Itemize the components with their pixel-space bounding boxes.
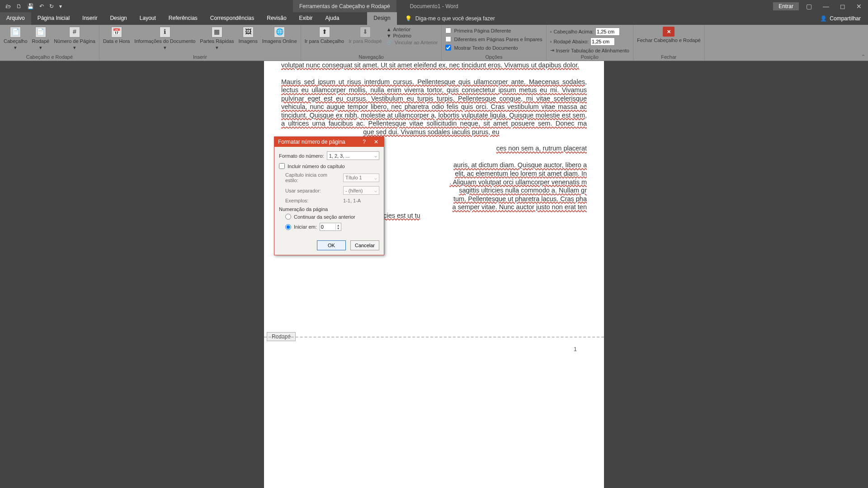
ok-button[interactable]: OK [317, 240, 346, 250]
save-icon[interactable]: 💾 [27, 3, 34, 9]
group-header-footer: 📄Cabeçalho▾ 📄Rodapé▾ #Número de Página▾ … [0, 25, 99, 61]
examples-value: 1-1, 1-A [343, 198, 361, 203]
pictures-button[interactable]: 🖼Imagens [239, 27, 258, 44]
quickparts-button[interactable]: ▦Partes Rápidas▾ [200, 27, 234, 50]
insert-alignment-tab-button[interactable]: ⇥Inserir Tabulação de Alinhamento [550, 47, 629, 53]
header-button[interactable]: 📄Cabeçalho▾ [4, 27, 28, 50]
tab-references[interactable]: Referências [162, 12, 204, 25]
page-number-field[interactable]: 1 [574, 346, 577, 352]
ribbon-display-icon[interactable]: ▢ [802, 3, 816, 10]
redo-icon[interactable]: ↻ [49, 3, 54, 9]
dialog-title-bar[interactable]: Formatar número de página ? ✕ [274, 137, 384, 147]
start-at-radio[interactable]: Iniciar em: [285, 224, 317, 230]
dialog-close-icon[interactable]: ✕ [372, 139, 380, 145]
signin-button[interactable]: Entrar [773, 2, 799, 10]
group-label-close: Fechar [637, 53, 701, 60]
page-numbering-heading: Numeração da página [279, 206, 379, 212]
group-label-hf: Cabeçalho e Rodapé [4, 53, 95, 60]
document-page: volutpat nunc consequat sit amet. Ut sit… [264, 61, 604, 488]
separator-label: Usar separador: [285, 188, 340, 193]
title-bar: 🗁 🗋 💾 ↶ ↻ ▾ Documento1 - Word Ferramenta… [0, 0, 868, 12]
group-label-nav: Navegação [305, 53, 438, 60]
tab-insert[interactable]: Inserir [76, 12, 104, 25]
maximize-icon[interactable]: ◻ [836, 3, 849, 10]
online-pictures-button[interactable]: 🌐Imagens Online [262, 27, 297, 44]
number-format-label: Formato do número: [279, 153, 324, 159]
tab-home[interactable]: Página Inicial [31, 12, 76, 25]
show-doc-text-checkbox[interactable]: Mostrar Texto do Documento [445, 45, 542, 51]
tab-icon: ⇥ [550, 47, 554, 53]
document-workspace: volutpat nunc consequat sit amet. Ut sit… [0, 61, 868, 488]
tab-review[interactable]: Revisão [260, 12, 292, 25]
group-close: ✕ Fechar Cabeçalho e Rodapé Fechar [633, 25, 705, 61]
tell-me-search[interactable]: 💡 Diga-me o que você deseja fazer [397, 12, 495, 25]
odd-even-different-checkbox[interactable]: Diferentes em Páginas Pares e Ímpares [445, 36, 542, 42]
tell-me-label: Diga-me o que você deseja fazer [415, 15, 495, 22]
start-at-input[interactable]: ▲▼ [320, 223, 341, 231]
tab-design-context[interactable]: Design [367, 12, 396, 25]
context-tab-header-footer: Ferramentas de Cabeçalho e Rodapé [293, 0, 396, 12]
new-icon[interactable]: 🗋 [16, 3, 22, 9]
collapse-ribbon-icon[interactable]: ⌃ [861, 54, 865, 60]
close-window-icon[interactable]: ✕ [853, 3, 865, 10]
tab-file[interactable]: Arquivo [0, 12, 31, 25]
chapter-style-label: Capítulo inicia com estilo: [285, 172, 340, 183]
tab-mailings[interactable]: Correspondências [204, 12, 260, 25]
minimize-icon[interactable]: — [819, 3, 833, 10]
undo-icon[interactable]: ↶ [39, 3, 44, 9]
header-top-input[interactable] [595, 28, 620, 36]
group-label-position: Posição [550, 53, 629, 60]
dialog-title: Formatar número de página [278, 139, 345, 145]
qat-more-icon[interactable]: ▾ [59, 3, 62, 9]
next-button[interactable]: ▼Próximo [387, 33, 438, 38]
tab-design[interactable]: Design [104, 12, 133, 25]
tab-layout[interactable]: Layout [133, 12, 162, 25]
open-icon[interactable]: 🗁 [5, 3, 11, 9]
quick-access-toolbar: 🗁 🗋 💾 ↶ ↻ ▾ [0, 3, 62, 9]
continue-section-radio[interactable]: Continuar da seção anterior [279, 214, 379, 220]
box-icon: ▫ [550, 29, 552, 34]
tab-view[interactable]: Exibir [293, 12, 319, 25]
footer-bottom-input[interactable] [590, 38, 615, 46]
goto-footer-button: ⬇Ir para Rodapé [349, 27, 382, 44]
down-arrow-icon: ▼ [387, 33, 392, 38]
share-button[interactable]: 👤 Compartilhar [813, 12, 868, 25]
lightbulb-icon: 💡 [405, 15, 412, 22]
examples-label: Exemplos: [285, 198, 340, 203]
first-page-different-checkbox[interactable]: Primeira Página Diferente [445, 28, 542, 33]
page-number-button[interactable]: #Número de Página▾ [54, 27, 95, 50]
close-header-footer-button[interactable]: ✕ Fechar Cabeçalho e Rodapé [637, 27, 701, 43]
share-label: Compartilhar [830, 15, 861, 22]
group-label-insert: Inserir [103, 53, 297, 60]
cancel-button[interactable]: Cancelar [350, 240, 379, 250]
group-label-options: Opções [445, 53, 542, 60]
dialog-help-icon[interactable]: ? [361, 139, 368, 145]
group-navigation: ⬆Ir para Cabeçalho ⬇Ir para Rodapé ▲Ante… [301, 25, 442, 61]
page-number-format-dialog: Formatar número de página ? ✕ Formato do… [274, 136, 384, 255]
up-arrow-icon: ▲ [387, 27, 392, 32]
spin-up-icon[interactable]: ▲ [336, 224, 341, 227]
document-title: Documento1 - Word [410, 3, 458, 9]
previous-button[interactable]: ▲Anterior [387, 27, 438, 32]
close-x-icon: ✕ [663, 27, 675, 37]
goto-header-button[interactable]: ⬆Ir para Cabeçalho [305, 27, 344, 44]
link-previous-button: 🔗Vincular ao Anterior [387, 39, 438, 45]
share-icon: 👤 [820, 15, 827, 22]
group-insert: 📅Data e Hora ℹInformações do Documento▾ … [99, 25, 301, 61]
spin-down-icon[interactable]: ▼ [336, 227, 341, 230]
datetime-button[interactable]: 📅Data e Hora [103, 27, 130, 44]
docinfo-button[interactable]: ℹInformações do Documento▾ [134, 27, 195, 50]
chapter-style-select: Título 1 [343, 174, 379, 182]
number-format-select[interactable]: 1, 2, 3, ... [327, 151, 379, 160]
ribbon-tabs: Arquivo Página Inicial Inserir Design La… [0, 12, 868, 25]
link-icon: 🔗 [387, 39, 393, 45]
group-position: ▫Cabeçalho Acima: ▫Rodapé Abaixo: ⇥Inser… [547, 25, 633, 61]
group-options: Primeira Página Diferente Diferentes em … [442, 25, 546, 61]
footer-button[interactable]: 📄Rodapé▾ [32, 27, 50, 50]
box-icon: ▫ [550, 39, 552, 44]
footer-separator [264, 337, 604, 338]
tab-help[interactable]: Ajuda [319, 12, 346, 25]
include-chapter-checkbox[interactable]: Incluir número do capítulo [279, 163, 379, 169]
separator-select: - (hífen) [343, 186, 379, 195]
ribbon: 📄Cabeçalho▾ 📄Rodapé▾ #Número de Página▾ … [0, 25, 868, 61]
